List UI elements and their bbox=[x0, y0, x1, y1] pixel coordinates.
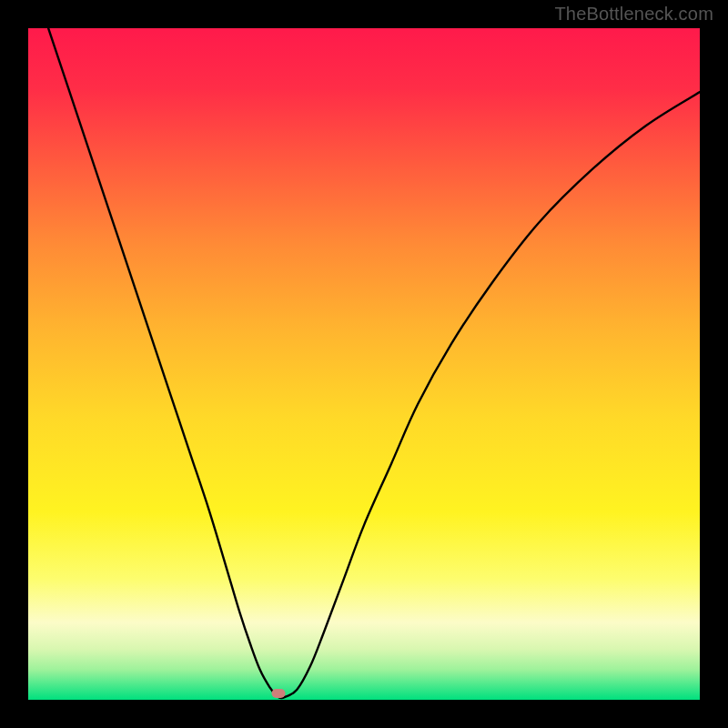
watermark-text: TheBottleneck.com bbox=[554, 4, 713, 25]
plot-area bbox=[28, 28, 700, 700]
bottleneck-curve bbox=[28, 28, 700, 700]
outer-frame: TheBottleneck.com bbox=[0, 0, 728, 728]
optimum-marker bbox=[271, 689, 285, 698]
